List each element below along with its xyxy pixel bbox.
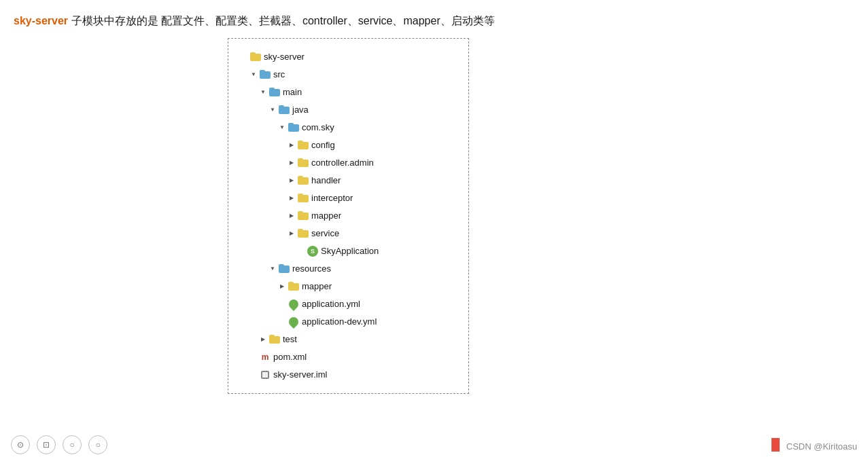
label-java: java (292, 101, 309, 119)
tree-node-interceptor[interactable]: interceptor (239, 189, 457, 207)
folder-icon-service (298, 229, 309, 238)
tree-node-java[interactable]: java (239, 101, 457, 119)
tree-node-mapper-resources[interactable]: mapper (239, 278, 457, 295)
tree-node-sky-application[interactable]: S SkyApplication (239, 242, 457, 260)
tree-node-com-sky[interactable]: com.sky (239, 119, 457, 136)
folder-icon-java (279, 105, 290, 114)
tree-node-application-dev-yml[interactable]: application-dev.yml (239, 313, 457, 331)
label-resources: resources (292, 260, 331, 278)
folder-icon-controller-admin (298, 158, 309, 167)
bottom-toolbar: ⊙ ⊡ ○ ○ (11, 435, 107, 454)
chevron-interceptor[interactable] (287, 194, 296, 203)
tree-node-handler[interactable]: handler (239, 172, 457, 189)
label-application-dev-yml: application-dev.yml (302, 313, 377, 331)
tree-node-mapper-java[interactable]: mapper (239, 207, 457, 225)
description-text: sky-server 子模块中存放的是 配置文件、配置类、拦截器、control… (0, 0, 868, 38)
label-config: config (311, 136, 335, 154)
folder-icon-config (298, 141, 309, 149)
label-com-sky: com.sky (302, 119, 334, 136)
chevron-test[interactable] (258, 335, 268, 344)
tree-node-resources[interactable]: resources (239, 260, 457, 278)
folder-icon-resources (279, 264, 290, 273)
folder-icon-sky-server (250, 52, 261, 61)
tree-node-controller-admin[interactable]: controller.admin (239, 154, 457, 172)
tree-node-src[interactable]: src (239, 66, 457, 84)
label-sky-application: SkyApplication (321, 242, 379, 260)
tree-node-config[interactable]: config (239, 136, 457, 154)
tree-node-pom-xml[interactable]: m pom.xml (239, 348, 457, 366)
file-tree: sky-server src main java com.sky config … (228, 38, 469, 394)
label-mapper-resources: mapper (302, 278, 332, 295)
label-service: service (311, 225, 339, 242)
red-indicator (771, 438, 780, 452)
label-controller-admin: controller.admin (311, 154, 374, 172)
folder-icon-mapper-resources (288, 282, 299, 291)
label-main: main (283, 84, 302, 101)
bottom-icon-3[interactable]: ○ (63, 435, 82, 454)
label-sky-server-iml: sky-server.iml (273, 366, 327, 384)
chevron-mapper-resources[interactable] (277, 282, 287, 291)
chevron-handler[interactable] (287, 176, 296, 185)
chevron-java[interactable] (268, 105, 277, 115)
tree-node-main[interactable]: main (239, 84, 457, 101)
folder-icon-com-sky (288, 123, 299, 132)
chevron-com-sky[interactable] (277, 123, 287, 132)
tree-node-sky-server[interactable]: sky-server (239, 48, 457, 66)
module-name: sky-server (14, 15, 68, 26)
maven-icon-pom: m (260, 352, 271, 363)
folder-icon-interceptor (298, 194, 309, 202)
tree-node-test[interactable]: test (239, 331, 457, 348)
bottom-icon-1[interactable]: ⊙ (11, 435, 30, 454)
chevron-resources[interactable] (268, 264, 277, 274)
chevron-main[interactable] (258, 88, 268, 97)
folder-icon-src (260, 70, 271, 79)
bottom-icon-4[interactable]: ○ (88, 435, 107, 454)
tree-node-sky-server-iml[interactable]: sky-server.iml (239, 366, 457, 384)
label-pom-xml: pom.xml (273, 348, 307, 366)
label-application-yml: application.yml (302, 295, 360, 313)
spring-icon-sky-app: S (307, 246, 318, 257)
folder-icon-handler (298, 176, 309, 185)
description-suffix: 子模块中存放的是 配置文件、配置类、拦截器、controller、service… (68, 15, 495, 26)
folder-icon-mapper-java (298, 211, 309, 220)
label-test: test (283, 331, 297, 348)
label-src: src (273, 66, 285, 84)
iml-icon (260, 369, 271, 380)
folder-icon-main (269, 88, 280, 96)
tree-node-service[interactable]: service (239, 225, 457, 242)
watermark-text: CSDN @Kiritoasu (786, 441, 857, 452)
label-interceptor: interceptor (311, 189, 353, 207)
label-handler: handler (311, 172, 341, 189)
folder-icon-test (269, 335, 280, 344)
label-sky-server: sky-server (264, 48, 305, 66)
chevron-controller-admin[interactable] (287, 158, 296, 168)
tree-node-application-yml[interactable]: application.yml (239, 295, 457, 313)
chevron-service[interactable] (287, 229, 296, 238)
label-mapper-java: mapper (311, 207, 341, 225)
chevron-mapper-java[interactable] (287, 211, 296, 221)
chevron-src[interactable] (249, 70, 258, 79)
yaml-icon-application (288, 299, 299, 310)
bottom-icon-2[interactable]: ⊡ (37, 435, 56, 454)
chevron-config[interactable] (287, 141, 296, 150)
yaml-icon-application-dev (288, 316, 299, 327)
